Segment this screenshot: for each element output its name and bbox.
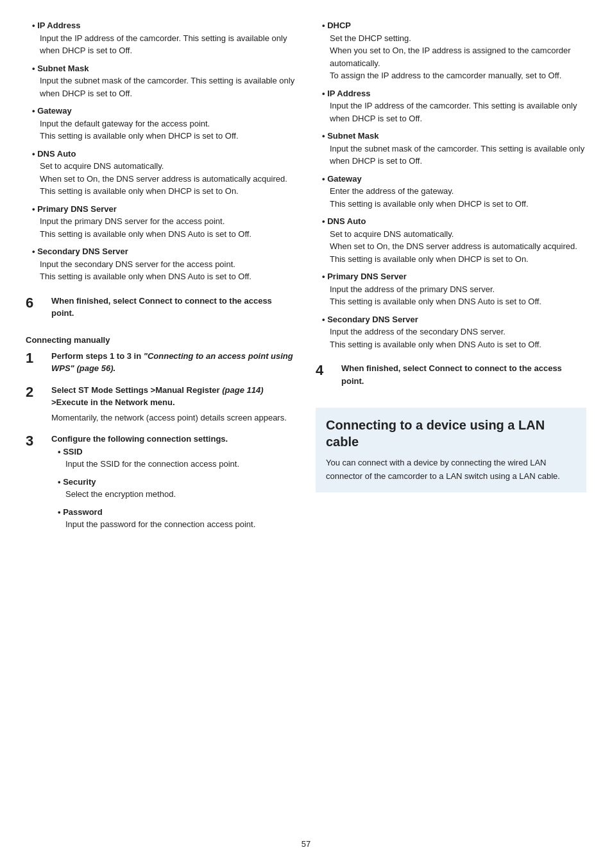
left-bullet-ip-desc: Input the IP address of the camcorder. T… — [40, 32, 296, 57]
left-bullet-secondary-dns-label: Secondary DNS Server — [37, 247, 128, 256]
step-6-number: 6 — [26, 295, 46, 311]
step-4-number: 4 — [316, 362, 336, 379]
right-bullet-subnet: Subnet Mask Input the subnet mask of the… — [322, 130, 586, 168]
left-bullet-primary-dns-label: Primary DNS Server — [37, 204, 117, 214]
step-2-desc: Momentarily, the network (access point) … — [51, 412, 296, 424]
left-bullet-subnet: Subnet Mask Input the subnet mask of the… — [32, 62, 296, 100]
right-column: DHCP Set the DHCP setting.When you set t… — [316, 19, 586, 828]
right-bullet-primary-dns-desc: Input the address of the primary DNS ser… — [330, 283, 586, 308]
step-4-content: When finished, select Connect to connect… — [341, 362, 586, 387]
left-column: IP Address Input the IP address of the c… — [26, 19, 296, 828]
right-bullet-dns-auto: DNS Auto Set to acquire DNS automaticall… — [322, 215, 586, 265]
right-bullet-ip-desc: Input the IP address of the camcorder. T… — [330, 100, 586, 125]
step-2-title: Select ST Mode Settings >Manual Register… — [51, 385, 264, 408]
left-top-bullets: IP Address Input the IP address of the c… — [32, 19, 296, 288]
page: IP Address Input the IP address of the c… — [0, 0, 612, 868]
step3-bullet-ssid: SSID Input the SSID for the connection a… — [58, 446, 296, 471]
left-bullet-dns-auto-desc: Set to acquire DNS automatically.When se… — [40, 160, 296, 198]
step-1-italic: "Connecting to an access point using WPS… — [51, 351, 293, 374]
step-1-content: Perform steps 1 to 3 in "Connecting to a… — [51, 350, 296, 375]
lan-cable-heading: Connecting to a device using a LAN cable — [326, 417, 576, 450]
lan-cable-section: Connecting to a device using a LAN cable… — [316, 408, 586, 492]
right-bullet-dns-auto-label: DNS Auto — [327, 216, 366, 226]
left-bullet-secondary-dns: Secondary DNS Server Input the secondary… — [32, 245, 296, 283]
left-bullet-secondary-dns-desc: Input the secondary DNS server for the a… — [40, 258, 296, 283]
step-3-number: 3 — [26, 433, 46, 449]
left-bullet-dns-auto: DNS Auto Set to acquire DNS automaticall… — [32, 148, 296, 198]
step-6-content: When finished, select Connect to connect… — [51, 295, 296, 320]
left-bullet-subnet-label: Subnet Mask — [37, 64, 89, 73]
left-bullet-subnet-desc: Input the subnet mask of the camcorder. … — [40, 74, 296, 100]
left-bullet-gateway-label: Gateway — [37, 106, 71, 116]
right-bullet-dhcp-desc: Set the DHCP setting.When you set to On,… — [330, 32, 586, 82]
step3-password-desc: Input the password for the connection ac… — [65, 518, 296, 531]
two-column-layout: IP Address Input the IP address of the c… — [26, 19, 586, 828]
step-3-title: Configure the following connection setti… — [51, 434, 228, 444]
page-number: 57 — [26, 839, 586, 849]
right-bullet-dhcp-label: DHCP — [327, 21, 351, 30]
right-bullet-dns-auto-desc: Set to acquire DNS automatically.When se… — [330, 228, 586, 266]
step-2-content: Select ST Mode Settings >Manual Register… — [51, 384, 296, 424]
step-1-number: 1 — [26, 350, 46, 367]
right-bullet-gateway-desc: Enter the address of the gateway.This se… — [330, 185, 586, 210]
connecting-manually-heading: Connecting manually — [26, 335, 296, 345]
right-bullet-secondary-dns-label: Secondary DNS Server — [327, 315, 418, 324]
step3-password-label: Password — [63, 507, 102, 517]
right-bullet-gateway-label: Gateway — [327, 174, 361, 184]
step3-bullet-password: Password Input the password for the conn… — [58, 506, 296, 531]
step-2-number: 2 — [26, 384, 46, 401]
step3-ssid-label: SSID — [63, 447, 82, 456]
step-3-block: 3 Configure the following connection set… — [26, 433, 296, 537]
step-4-title: When finished, select Connect to connect… — [341, 363, 562, 386]
lan-cable-desc: You can connect with a device by connect… — [326, 456, 576, 483]
left-bullet-ip-address: IP Address Input the IP address of the c… — [32, 19, 296, 57]
right-bullet-ip: IP Address Input the IP address of the c… — [322, 87, 586, 125]
right-bullet-primary-dns-label: Primary DNS Server — [327, 272, 407, 281]
step3-bullet-security: Security Select the encryption method. — [58, 476, 296, 501]
right-bullet-ip-label: IP Address — [327, 89, 370, 98]
step-1-block: 1 Perform steps 1 to 3 in "Connecting to… — [26, 350, 296, 375]
right-bullet-subnet-label: Subnet Mask — [327, 131, 378, 141]
left-bullet-primary-dns-desc: Input the primary DNS server for the acc… — [40, 215, 296, 240]
step3-ssid-desc: Input the SSID for the connection access… — [65, 458, 296, 471]
left-bullet-dns-auto-label: DNS Auto — [37, 149, 76, 159]
left-bullet-primary-dns: Primary DNS Server Input the primary DNS… — [32, 203, 296, 241]
right-bullet-secondary-dns-desc: Input the address of the secondary DNS s… — [330, 326, 586, 351]
step-3-content: Configure the following connection setti… — [51, 433, 296, 537]
step-1-title: Perform steps 1 to 3 in "Connecting to a… — [51, 351, 293, 374]
step-4-block: 4 When finished, select Connect to conne… — [316, 362, 586, 387]
left-bullet-gateway-desc: Input the default gateway for the access… — [40, 117, 296, 143]
left-bullet-gateway: Gateway Input the default gateway for th… — [32, 105, 296, 143]
step-6-block: 6 When finished, select Connect to conne… — [26, 295, 296, 320]
step3-security-label: Security — [63, 477, 96, 487]
right-bullet-primary-dns: Primary DNS Server Input the address of … — [322, 270, 586, 308]
step-6-title: When finished, select Connect to connect… — [51, 296, 272, 318]
left-bullet-ip-label: IP Address — [37, 21, 80, 30]
right-top-bullets: DHCP Set the DHCP setting.When you set t… — [322, 19, 586, 356]
step-3-bullets: SSID Input the SSID for the connection a… — [58, 446, 296, 531]
step3-security-desc: Select the encryption method. — [65, 488, 296, 501]
right-bullet-gateway: Gateway Enter the address of the gateway… — [322, 173, 586, 211]
right-bullet-subnet-desc: Input the subnet mask of the camcorder. … — [330, 143, 586, 168]
right-bullet-secondary-dns: Secondary DNS Server Input the address o… — [322, 313, 586, 351]
step-2-block: 2 Select ST Mode Settings >Manual Regist… — [26, 384, 296, 424]
right-bullet-dhcp: DHCP Set the DHCP setting.When you set t… — [322, 19, 586, 82]
